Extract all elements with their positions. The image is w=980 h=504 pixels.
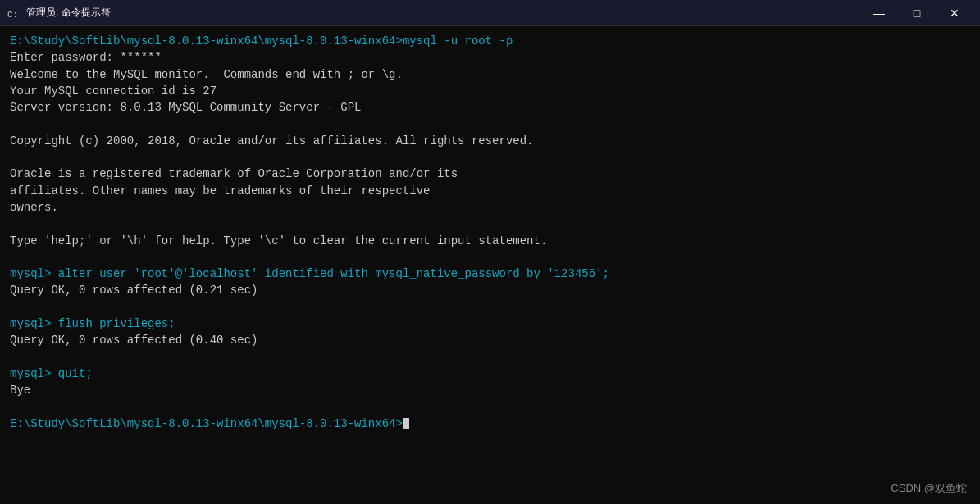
maximize-button[interactable]: □: [898, 0, 936, 26]
title-bar-controls: — □ ✕: [860, 0, 973, 26]
watermark: CSDN @双鱼蛇: [891, 481, 967, 496]
svg-text:C:: C:: [7, 10, 18, 20]
terminal-content: E:\Study\SoftLib\mysql-8.0.13-winx64\mys…: [10, 33, 970, 432]
cmd-icon: C:: [7, 7, 20, 20]
title-bar-text: 管理员: 命令提示符: [26, 6, 111, 20]
terminal-body: E:\Study\SoftLib\mysql-8.0.13-winx64\mys…: [0, 26, 980, 504]
cursor: [403, 418, 409, 429]
close-button[interactable]: ✕: [936, 0, 973, 26]
minimize-button[interactable]: —: [860, 0, 898, 26]
title-bar-left: C: 管理员: 命令提示符: [7, 6, 111, 20]
window: C: 管理员: 命令提示符 — □ ✕ E:\Study\SoftLib\mys…: [0, 0, 980, 504]
title-bar: C: 管理员: 命令提示符 — □ ✕: [0, 0, 980, 26]
